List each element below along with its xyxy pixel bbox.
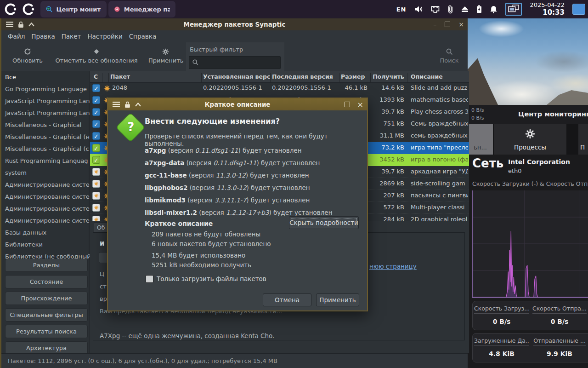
volume-icon[interactable] xyxy=(414,6,423,13)
tab-performance-partial[interactable]: ьн... xyxy=(468,124,493,155)
package-checkbox[interactable]: ✓ xyxy=(92,180,100,188)
cancel-button[interactable]: Отмена xyxy=(263,293,311,306)
sidebar-filter-button[interactable]: Состояние xyxy=(5,275,88,288)
change-line: gcc-11-base (версия 11.3.0-12) будет уст… xyxy=(145,169,332,182)
quick-filter-input[interactable] xyxy=(201,58,279,68)
sidebar-item[interactable]: Библиотеки xyxy=(1,239,90,251)
dialog-titlebar[interactable]: Краткое описание × xyxy=(108,98,367,110)
col-desc: Описание xyxy=(411,73,443,80)
package-checkbox[interactable]: ✓ xyxy=(92,132,100,140)
synaptic-titlebar[interactable]: Менеджер пакетов Synaptic – × xyxy=(1,18,468,30)
menu-item[interactable]: Файл xyxy=(5,33,28,40)
package-checkbox[interactable]: ✓ xyxy=(92,192,100,200)
battery-icon[interactable] xyxy=(476,5,482,13)
search-button[interactable]: Поиск xyxy=(434,46,464,64)
table-header[interactable]: C Пакет Установленная верс Последняя вер… xyxy=(90,71,469,83)
sidebar-filter-button[interactable]: Архитектура xyxy=(5,341,88,355)
dialog-title: Краткое описание xyxy=(108,101,367,108)
distro-logo-icon[interactable] xyxy=(4,2,17,16)
upload-speed-value: 0 B/s xyxy=(531,318,588,325)
mark-all-icon xyxy=(47,46,146,57)
sidebar-item[interactable]: Базы данных xyxy=(1,227,90,239)
package-checkbox[interactable]: ✓ xyxy=(92,168,100,176)
close-button[interactable]: × xyxy=(458,21,464,28)
sidebar-item[interactable]: Miscellaneous - Graphical (с xyxy=(1,143,90,155)
package-checkbox[interactable]: ✓ xyxy=(92,144,100,152)
close-button[interactable]: × xyxy=(357,100,363,109)
sidebar-item[interactable]: Администрирование систе xyxy=(1,215,90,227)
clock[interactable]: 2025-04-22 10:33 xyxy=(530,2,565,17)
window-menu-icon[interactable] xyxy=(113,102,120,107)
sidebar-item[interactable]: Miscellaneous - Graphical xyxy=(1,119,90,131)
homepage-link[interactable]: нюю страницу xyxy=(369,263,417,270)
refresh-button[interactable]: Обновить xyxy=(8,46,47,64)
keyboard-layout[interactable]: EN xyxy=(396,6,407,13)
sidebar-item[interactable]: Miscellaneous - Graphical (н xyxy=(1,131,90,143)
taskbar-app-package-manager[interactable]: Менеджер пакетов... xyxy=(108,1,175,17)
sidebar-item[interactable]: Администрирование систе xyxy=(1,203,90,215)
lock-icon[interactable] xyxy=(18,21,24,28)
package-checkbox[interactable]: ✓ xyxy=(92,84,100,92)
summary-lines-1: 209 пакетов не будут обновлены6 новых па… xyxy=(152,230,271,249)
menu-item[interactable]: Пакет xyxy=(58,33,85,40)
sidebar-filter-button[interactable]: Происхождение xyxy=(5,292,88,305)
sidebar: ВсеGo Programming LanguageJavaScript Pro… xyxy=(1,71,90,353)
minimize-button[interactable]: – xyxy=(433,21,436,28)
menu-item[interactable]: Правка xyxy=(28,33,58,40)
package-checkbox[interactable]: ✓ xyxy=(92,216,100,221)
table-row[interactable]: ✓ 2048 0.20220905.1556-1 0.20220905.1556… xyxy=(90,82,469,94)
shade-up-icon[interactable] xyxy=(135,103,141,107)
sidebar-item[interactable]: Администрирование систе xyxy=(1,179,90,191)
package-checkbox[interactable]: ✓ xyxy=(92,108,100,116)
details-tab[interactable]: Об xyxy=(94,222,107,232)
package-checkbox[interactable]: ✓ xyxy=(92,120,100,128)
tab-processes[interactable]: Процессы xyxy=(494,124,566,155)
hide-details-button[interactable]: Скрыть подробности xyxy=(289,216,359,229)
notifications-bell-icon[interactable] xyxy=(490,6,498,13)
package-checkbox[interactable]: ✓ xyxy=(92,204,100,212)
apply-button[interactable]: Применить xyxy=(316,293,359,306)
totals-card: Загруженные Да...4.8 KiB Отправленные ..… xyxy=(472,333,588,362)
maximize-button[interactable] xyxy=(345,102,350,107)
sidebar-item[interactable]: system xyxy=(1,167,90,179)
taskbar: Центр мониторин... Менеджер пакетов... E… xyxy=(0,0,588,18)
eject-icon[interactable] xyxy=(461,6,469,12)
clipboard-paperclip-icon[interactable] xyxy=(447,5,453,14)
tab-next-partial[interactable]: П xyxy=(578,124,588,155)
workspace-pager[interactable] xyxy=(572,4,585,15)
window-menu-icon[interactable] xyxy=(6,22,13,27)
summary-section-title: Краткое описание xyxy=(145,220,213,227)
menu-item[interactable]: Настройки xyxy=(84,33,125,40)
network-icon[interactable] xyxy=(431,6,440,13)
package-checkbox[interactable]: ✓ xyxy=(92,156,100,164)
menu-item[interactable]: Справка xyxy=(126,33,159,40)
sidebar-item[interactable]: JavaScript Programming Lan xyxy=(1,107,90,119)
taskbar-app-monitoring[interactable]: Центр мониторин... xyxy=(40,1,107,17)
distro-logo-icon[interactable] xyxy=(22,2,35,16)
question-icon: ? xyxy=(115,112,145,142)
network-chart xyxy=(472,190,588,298)
network-section-title: Сеть xyxy=(472,156,503,170)
col-size: Размер xyxy=(341,73,365,80)
sidebar-filter-button[interactable]: Результаты поиска xyxy=(5,325,88,338)
col-state: C xyxy=(94,73,98,80)
download-only-checkbox[interactable] xyxy=(146,275,153,283)
shade-up-icon[interactable] xyxy=(28,23,34,27)
sidebar-item[interactable]: Rust Programming Languag xyxy=(1,155,90,167)
downloaded-total-value: 4.8 KiB xyxy=(473,350,531,357)
status-bar: Пакетов: 1112, 2896 уст. (0 с ош.), 6 дл… xyxy=(1,353,468,368)
sidebar-filter-button[interactable]: Специальные фильтры xyxy=(5,308,88,322)
lock-icon[interactable] xyxy=(124,101,130,108)
sidebar-item[interactable]: Администрирование систе xyxy=(1,191,90,203)
mark-all-upgrades-button[interactable]: Отметить все обновления xyxy=(47,46,146,64)
apply-button[interactable]: Применить xyxy=(148,46,182,64)
sidebar-item[interactable]: Go Programming Language xyxy=(1,83,90,95)
changes-list: a7xpg (версия 0.11.dfsg1-11) будет устан… xyxy=(145,144,332,219)
sidebar-item[interactable]: Все xyxy=(1,71,90,83)
display-settings-icon[interactable] xyxy=(505,3,522,16)
package-checkbox[interactable]: ✓ xyxy=(92,96,100,104)
maximize-button[interactable] xyxy=(445,22,450,27)
sidebar-item[interactable]: JavaScript Programming Lan xyxy=(1,95,90,107)
monitor-header[interactable]: 0 B/s 0 B/s Центр мониторинга xyxy=(468,105,588,124)
sidebar-filter-button[interactable]: Разделы xyxy=(5,259,88,272)
